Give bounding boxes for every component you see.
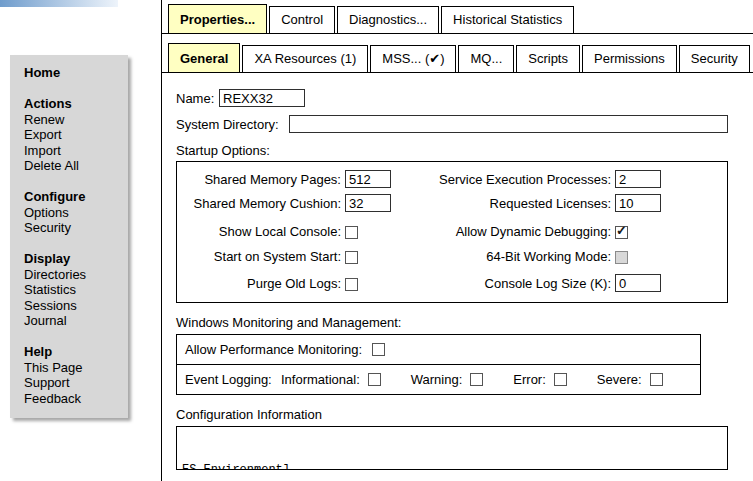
startup-options-groupbox: Shared Memory Pages: Service Execution P…	[176, 161, 728, 303]
console-log-size-field	[615, 274, 727, 292]
secondary-tab-bar: General XA Resources (1) MSS... (✔) MQ..…	[162, 43, 753, 73]
warning-checkbox[interactable]: ✓	[470, 373, 483, 386]
allow-performance-monitoring-label: Allow Performance Monitoring:	[185, 342, 362, 357]
system-directory-input[interactable]	[289, 115, 728, 133]
shared-memory-pages-row: Shared Memory Pages: Service Execution P…	[183, 170, 727, 188]
shared-memory-pages-label: Shared Memory Pages:	[183, 172, 341, 187]
sidebar-item-renew[interactable]: Renew	[24, 112, 122, 128]
sidebar-heading-configure: Configure	[24, 189, 122, 205]
informational-checkbox-input[interactable]	[368, 373, 381, 386]
allow-dynamic-debugging-label: Allow Dynamic Debugging:	[421, 224, 611, 239]
configuration-information-textarea[interactable]: ES-Environment] MFTRACE_CONFIG=C:\Users\…	[176, 426, 728, 470]
error-checkbox[interactable]: ✓	[554, 373, 567, 386]
purge-old-logs-checkbox-input[interactable]	[345, 278, 358, 291]
event-logging-warning: Warning: ✓	[411, 372, 484, 387]
requested-licenses-input[interactable]	[615, 194, 661, 212]
sidebar-item-delete-all[interactable]: Delete All	[24, 158, 122, 174]
sidebar-group-actions: Actions Renew Export Import Delete All	[24, 96, 122, 174]
show-local-console-label: Show Local Console:	[183, 224, 341, 239]
sidebar-item-home[interactable]: Home	[24, 65, 122, 81]
tab-scripts[interactable]: Scripts	[516, 45, 580, 72]
warning-checkbox-input[interactable]	[470, 373, 483, 386]
severe-label: Severe:	[597, 372, 642, 387]
monitoring-heading: Windows Monitoring and Management:	[176, 315, 728, 330]
sidebar-item-options[interactable]: Options	[24, 205, 122, 221]
tab-control[interactable]: Control	[269, 6, 335, 33]
shared-memory-pages-field	[345, 170, 417, 188]
start-on-system-start-checkbox[interactable]: ✓	[345, 251, 358, 264]
tab-security[interactable]: Security	[679, 45, 750, 72]
service-execution-processes-input[interactable]	[615, 170, 661, 188]
start-on-system-start-label: Start on System Start:	[183, 249, 341, 264]
purge-old-logs-label: Purge Old Logs:	[183, 276, 341, 291]
tab-diagnostics[interactable]: Diagnostics...	[337, 6, 439, 33]
sidebar-item-import[interactable]: Import	[24, 143, 122, 159]
purge-old-logs-checkbox[interactable]: ✓	[345, 278, 358, 291]
config-line-1: ES-Environment]	[182, 462, 722, 470]
sidebar-group-display: Display Directories Statistics Sessions …	[24, 251, 122, 329]
show-local-console-checkbox-input[interactable]	[345, 226, 358, 239]
start-on-system-start-row: Start on System Start: ✓ 64-Bit Working …	[183, 249, 727, 264]
start-on-system-start-checkbox-input[interactable]	[345, 251, 358, 264]
purge-old-logs-field: ✓	[345, 276, 417, 291]
service-execution-processes-label: Service Execution Processes:	[421, 172, 611, 187]
allow-dynamic-debugging-checkbox-input[interactable]	[615, 226, 628, 239]
allow-dynamic-debugging-field: ✓	[615, 224, 727, 239]
sidebar-group-help: Help This Page Support Feedback	[24, 344, 122, 407]
sidebar-group-home: Home	[24, 65, 122, 81]
sidebar-item-sessions[interactable]: Sessions	[24, 298, 122, 314]
console-log-size-input[interactable]	[615, 274, 661, 292]
purge-old-logs-row: Purge Old Logs: ✓ Console Log Size (K):	[183, 274, 727, 292]
service-execution-processes-field	[615, 170, 727, 188]
64bit-working-mode-label: 64-Bit Working Mode:	[421, 249, 611, 264]
tab-historical-statistics[interactable]: Historical Statistics	[441, 6, 574, 33]
sidebar-item-feedback[interactable]: Feedback	[24, 391, 122, 407]
shared-memory-cushion-row: Shared Memory Cushion: Requested License…	[183, 194, 727, 212]
tab-properties[interactable]: Properties...	[168, 4, 267, 33]
severe-checkbox-input[interactable]	[650, 373, 663, 386]
show-local-console-field: ✓	[345, 224, 417, 239]
allow-performance-monitoring-checkbox[interactable]: ✓	[372, 343, 385, 356]
tab-permissions[interactable]: Permissions	[582, 45, 677, 72]
64bit-working-mode-checkbox-input	[615, 251, 628, 264]
primary-tab-bar: Properties... Control Diagnostics... His…	[162, 0, 753, 34]
warning-label: Warning:	[411, 372, 463, 387]
event-logging-severe: Severe: ✓	[597, 372, 663, 387]
allow-performance-monitoring-checkbox-input[interactable]	[372, 343, 385, 356]
tab-mq[interactable]: MQ...	[458, 45, 514, 72]
sidebar-item-this-page[interactable]: This Page	[24, 360, 122, 376]
sidebar-item-export[interactable]: Export	[24, 127, 122, 143]
sidebar-item-security[interactable]: Security	[24, 220, 122, 236]
name-input[interactable]	[219, 89, 305, 107]
sidebar-item-directories[interactable]: Directories	[24, 267, 122, 283]
sidebar-item-support[interactable]: Support	[24, 375, 122, 391]
startup-options-heading: Startup Options:	[176, 143, 728, 158]
requested-licenses-label: Requested Licenses:	[421, 196, 611, 211]
sidebar-heading-help: Help	[24, 344, 122, 360]
allow-dynamic-debugging-checkbox[interactable]: ✓	[615, 226, 628, 239]
shared-memory-pages-input[interactable]	[345, 170, 391, 188]
sidebar-group-configure: Configure Options Security	[24, 189, 122, 236]
allow-performance-monitoring-row: Allow Performance Monitoring: ✓	[177, 335, 700, 364]
event-logging-informational: Informational: ✓	[281, 372, 381, 387]
name-row: Name:	[176, 89, 728, 107]
shared-memory-cushion-input[interactable]	[345, 194, 391, 212]
severe-checkbox[interactable]: ✓	[650, 373, 663, 386]
event-logging-row: Event Logging: Informational: ✓ Warning:…	[177, 364, 700, 394]
sidebar-item-journal[interactable]: Journal	[24, 313, 122, 329]
show-local-console-row: Show Local Console: ✓ Allow Dynamic Debu…	[183, 224, 727, 239]
system-directory-label: System Directory:	[176, 117, 289, 132]
error-checkbox-input[interactable]	[554, 373, 567, 386]
tab-mss[interactable]: MSS... (✔)	[370, 45, 456, 72]
informational-checkbox[interactable]: ✓	[368, 373, 381, 386]
sidebar-item-statistics[interactable]: Statistics	[24, 282, 122, 298]
general-tab-content: Name: System Directory: Startup Options:…	[162, 73, 728, 470]
name-label: Name:	[176, 91, 219, 106]
informational-label: Informational:	[281, 372, 360, 387]
tab-xa-resources[interactable]: XA Resources (1)	[242, 45, 368, 72]
sidebar-heading-display: Display	[24, 251, 122, 267]
tab-general[interactable]: General	[168, 43, 240, 72]
shared-memory-cushion-label: Shared Memory Cushion:	[183, 196, 341, 211]
event-logging-label: Event Logging:	[185, 372, 281, 387]
show-local-console-checkbox[interactable]: ✓	[345, 226, 358, 239]
